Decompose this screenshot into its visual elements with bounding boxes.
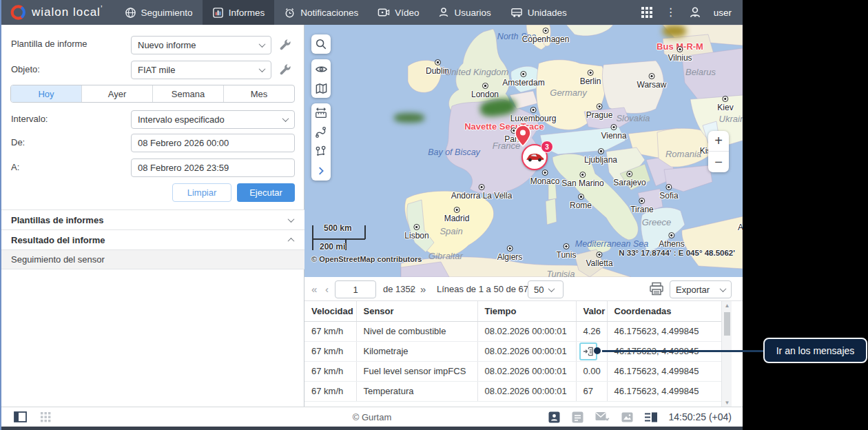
route-icon [314,125,328,139]
cell-coords: 46.175623, 4.499845 [607,381,721,401]
zoom-in-button[interactable]: + [708,131,729,152]
to-date-input[interactable]: 08 Febrero 2026 23:59 [131,158,295,177]
col-velocidad[interactable]: Velocidad [304,301,356,321]
callout-anchor-dot [594,347,601,354]
notes-icon[interactable] [572,411,583,423]
scale-mi-label: 200 mi [320,242,345,252]
track-points-button[interactable] [311,142,331,161]
toggle-panel-icon[interactable] [14,411,27,422]
period-tab-mes[interactable]: Mes [223,85,294,102]
section-plantillas-de-informes[interactable]: Plantillas de informes [1,209,304,229]
col-valor[interactable]: Valor [576,301,607,321]
object-select[interactable]: FIAT mile [131,61,271,79]
col-sensor[interactable]: Sensor [356,301,477,321]
col-coordenadas[interactable]: Coordenadas [607,301,721,321]
expand-tools-button[interactable] [311,161,331,181]
col-tiempo[interactable]: Tiempo [477,301,576,321]
map-visibility-button[interactable] [311,59,331,79]
to-date-value: 08 Febrero 2026 23:59 [138,163,229,173]
bottom-grid-icon[interactable] [41,412,51,422]
period-tab-ayer[interactable]: Ayer [81,85,152,102]
execute-button[interactable]: Ejecutar [237,183,295,202]
routing-button[interactable] [311,123,331,142]
nav-tab-video[interactable]: Vídeo [368,0,428,25]
template-settings-button[interactable] [278,38,292,52]
scrollbar-thumb[interactable] [724,312,730,336]
clock-label: 14:50:25 (+04) [669,411,732,422]
cell-time-link[interactable]: 08.02.2026 00:00:01 [477,341,576,361]
last-page-button[interactable]: » [420,277,426,301]
print-button[interactable] [649,282,664,296]
blurred-unit-icon [394,113,424,123]
interval-label: Intervalo: [11,114,48,124]
chevron-down-icon [282,115,289,122]
report-template-select[interactable]: Nuevo informe [131,36,271,54]
more-options-icon[interactable]: ⋮ [665,9,676,16]
page-number-input[interactable] [335,280,376,298]
cell-time-link[interactable]: 08.02.2026 00:00:01 [477,381,576,401]
result-toolbar: « ‹ de 1352 › » Líneas de 1 a 50 de 6759… [304,277,743,301]
messages-icon[interactable] [595,411,610,422]
map-source-button[interactable] [311,79,331,98]
nav-tab-usuarios[interactable]: Usuarios [428,0,500,25]
globe-icon [125,7,136,19]
object-settings-button[interactable] [278,63,292,76]
report-result-item[interactable]: Seguimiento del sensor [1,249,304,269]
map-search-button[interactable] [311,34,331,54]
wialon-logo: wialon localʼ [1,4,115,21]
car-icon [525,152,544,163]
nav-tab-unidades[interactable]: Unidades [501,0,577,25]
callout-connector-line [602,350,765,352]
period-tab-hoy[interactable]: Hoy [11,85,81,102]
split-view-icon[interactable] [645,412,657,422]
cell-time-link[interactable]: 08.02.2026 00:00:01 [477,321,576,341]
object-label: Objeto: [11,64,40,74]
location-pin-marker[interactable] [513,124,533,147]
interval-select[interactable]: Intervalo especificado [131,110,295,129]
media-icon[interactable] [621,412,633,422]
section-resultado-del-informe[interactable]: Resultado del informe [1,229,304,249]
nav-tab-label: Notificaciones [300,8,358,18]
report-result-panel: « ‹ de 1352 › » Líneas de 1 a 50 de 6759… [304,277,743,407]
apps-grid-icon[interactable] [641,6,653,19]
unit-count-badge: 3 [541,141,553,153]
period-tab-semana[interactable]: Semana [152,85,223,102]
nav-tab-seguimiento[interactable]: Seguimiento [115,0,203,25]
user-avatar-icon[interactable] [689,6,701,19]
username-label: user [714,8,732,18]
section-label: Plantillas de informes [11,215,103,225]
cell-time-link[interactable]: 08.02.2026 00:00:01 [477,361,576,381]
map-search-box [311,34,331,54]
cell-speed: 67 km/h [304,341,356,361]
cell-sensor: Nivel de combustible [356,321,477,341]
scroll-down-icon[interactable]: ▼ [722,398,732,407]
next-page-button[interactable]: › [410,277,413,301]
export-button[interactable]: Exportar [670,280,732,298]
chevron-up-icon [288,237,295,244]
nav-tab-notificaciones[interactable]: Notificaciones [274,0,368,25]
template-label: Plantilla de informe [11,39,87,49]
bell-icon [284,7,296,19]
page-size-select[interactable]: 50 [528,280,564,298]
to-label: A: [11,162,19,172]
prev-page-button[interactable]: ‹ [325,277,329,301]
scroll-up-icon[interactable]: ▲ [722,301,732,309]
eye-icon [315,63,328,76]
status-bar: © Gurtam 14:50:25 (+04) [1,407,743,427]
map-zoom-control: + − [708,131,729,172]
map-view[interactable]: North SeaCopenhagenBus M-R-MVilniusBelar… [304,25,743,277]
chevron-down-icon [259,41,266,48]
zoom-out-button[interactable]: − [708,152,729,172]
clear-button[interactable]: Limpiar [172,183,231,202]
table-header-row: Velocidad Sensor Tiempo Valor Coordenada… [304,301,721,321]
cell-coords: 46.175623, 4.499845 [607,321,721,341]
measure-distance-button[interactable] [311,103,331,123]
nav-tab-informes[interactable]: Informes [203,0,275,25]
from-date-input[interactable]: 08 Febrero 2026 00:00 [131,134,295,152]
first-page-button[interactable]: « [311,277,317,301]
window-bottom-edge [1,427,743,430]
interval-value: Intervalo especificado [138,114,225,125]
driver-card-icon[interactable] [548,411,560,423]
print-icon [649,282,664,296]
table-scrollbar[interactable]: ▲ ▼ [721,301,732,407]
